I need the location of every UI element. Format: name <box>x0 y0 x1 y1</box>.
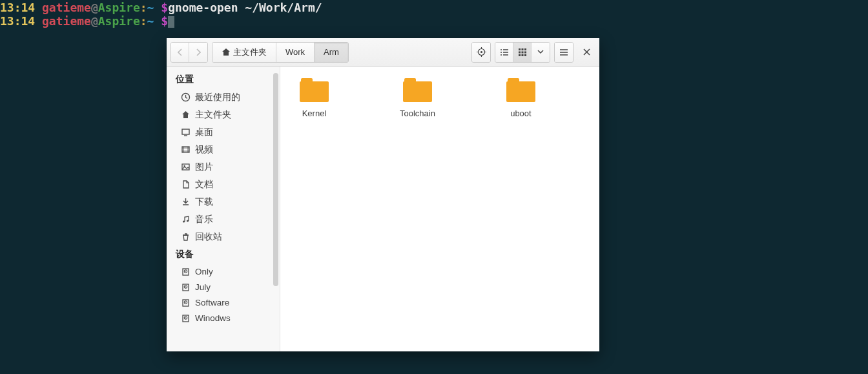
svg-point-1 <box>480 51 482 53</box>
folder-item-toolchain[interactable]: Toolchain <box>400 78 435 118</box>
host-label: Aspire <box>98 1 140 14</box>
sidebar-item-place-3[interactable]: 视频 <box>167 141 280 158</box>
sidebar-item-place-4[interactable]: 图片 <box>167 158 280 176</box>
sidebar-header-devices: 设备 <box>167 245 280 264</box>
nav-forward-button[interactable] <box>189 43 207 62</box>
svg-rect-5 <box>519 51 521 53</box>
sidebar-item-place-8[interactable]: 回收站 <box>167 228 280 245</box>
sidebar-item-label: July <box>195 282 211 292</box>
svg-rect-6 <box>521 51 523 53</box>
folder-icon <box>300 78 329 102</box>
desktop-icon <box>181 127 191 137</box>
sidebar-item-label: 最近使用的 <box>195 92 240 103</box>
svg-point-17 <box>187 220 189 222</box>
svg-point-20 <box>185 271 186 271</box>
svg-point-29 <box>185 317 186 318</box>
clock-icon <box>181 92 191 102</box>
user-label: gatieme <box>42 1 91 14</box>
svg-rect-14 <box>182 164 189 170</box>
sidebar-item-label: 图片 <box>195 161 213 173</box>
cwd-label: ~ <box>147 1 154 14</box>
svg-point-26 <box>185 302 186 302</box>
locate-button[interactable] <box>472 43 490 62</box>
folder-content-area[interactable]: KernelToolchainuboot <box>280 67 599 351</box>
disk-icon <box>181 282 191 292</box>
image-icon <box>181 162 191 172</box>
toolbar: 主文件夹 Work Arm <box>167 38 599 67</box>
sidebar-scrollbar[interactable] <box>273 73 278 286</box>
view-menu-button[interactable] <box>532 43 550 62</box>
sidebar-item-label: Only <box>195 267 213 276</box>
sidebar-item-label: 音乐 <box>195 214 213 225</box>
sidebar-item-place-0[interactable]: 最近使用的 <box>167 88 280 106</box>
sidebar-item-label: Winodws <box>195 313 231 323</box>
svg-point-23 <box>185 286 186 287</box>
svg-rect-8 <box>519 54 521 56</box>
home-icon <box>181 110 191 119</box>
crumb-arm[interactable]: Arm <box>315 43 348 62</box>
sidebar-item-label: 主文件夹 <box>195 109 231 121</box>
download-icon <box>181 197 191 207</box>
disk-icon <box>181 267 191 276</box>
sidebar-item-label: 视频 <box>195 144 213 156</box>
svg-point-16 <box>183 220 185 222</box>
disk-icon <box>181 298 191 307</box>
disk-icon <box>181 313 191 323</box>
sidebar-item-label: Software <box>195 298 229 307</box>
music-icon <box>181 214 191 224</box>
breadcrumb: 主文件夹 Work Arm <box>212 42 349 63</box>
folder-icon <box>403 78 432 102</box>
svg-rect-3 <box>521 48 523 50</box>
terminal-cursor[interactable] <box>168 16 174 28</box>
view-icons-button[interactable] <box>513 43 532 62</box>
sidebar-item-place-5[interactable]: 文档 <box>167 176 280 193</box>
sidebar-item-place-6[interactable]: 下载 <box>167 193 280 211</box>
sidebar-item-place-1[interactable]: 主文件夹 <box>167 106 280 123</box>
video-icon <box>181 145 191 154</box>
crumb-home[interactable]: 主文件夹 <box>212 43 276 62</box>
folder-label: uboot <box>510 109 532 118</box>
sidebar: 位置 最近使用的主文件夹桌面视频图片文档下载音乐回收站 设备 OnlyJulyS… <box>167 67 280 351</box>
sidebar-item-device-1[interactable]: July <box>167 279 280 295</box>
folder-label: Kernel <box>302 109 327 118</box>
trash-icon <box>181 232 191 242</box>
sidebar-item-label: 下载 <box>195 196 213 208</box>
svg-rect-12 <box>182 129 189 134</box>
folder-item-kernel[interactable]: Kernel <box>300 78 329 118</box>
crumb-work[interactable]: Work <box>276 43 315 62</box>
file-manager-window: 主文件夹 Work Arm <box>167 38 599 351</box>
svg-rect-4 <box>524 48 526 50</box>
svg-rect-9 <box>521 54 523 56</box>
time-label: 13:14 <box>0 1 35 14</box>
sidebar-item-device-2[interactable]: Software <box>167 295 280 310</box>
sidebar-header-places: 位置 <box>167 70 280 88</box>
sidebar-item-device-3[interactable]: Winodws <box>167 310 280 326</box>
folder-icon <box>506 78 535 102</box>
sidebar-item-label: 文档 <box>195 179 213 191</box>
sidebar-item-place-2[interactable]: 桌面 <box>167 123 280 141</box>
main-menu-button[interactable] <box>555 43 573 62</box>
folder-label: Toolchain <box>400 109 435 118</box>
sidebar-item-device-0[interactable]: Only <box>167 264 280 279</box>
cmd-line: gnome-open ~/Work/Arm/ <box>168 1 322 14</box>
sidebar-item-place-7[interactable]: 音乐 <box>167 211 280 228</box>
folder-item-uboot[interactable]: uboot <box>506 78 535 118</box>
svg-rect-2 <box>519 48 521 50</box>
sidebar-item-label: 回收站 <box>195 231 222 243</box>
nav-back-button[interactable] <box>171 43 189 62</box>
view-list-button[interactable] <box>495 43 513 62</box>
sidebar-item-label: 桌面 <box>195 127 213 138</box>
svg-rect-10 <box>524 54 526 56</box>
doc-icon <box>181 180 191 189</box>
close-button[interactable] <box>577 43 595 62</box>
svg-rect-7 <box>524 51 526 53</box>
